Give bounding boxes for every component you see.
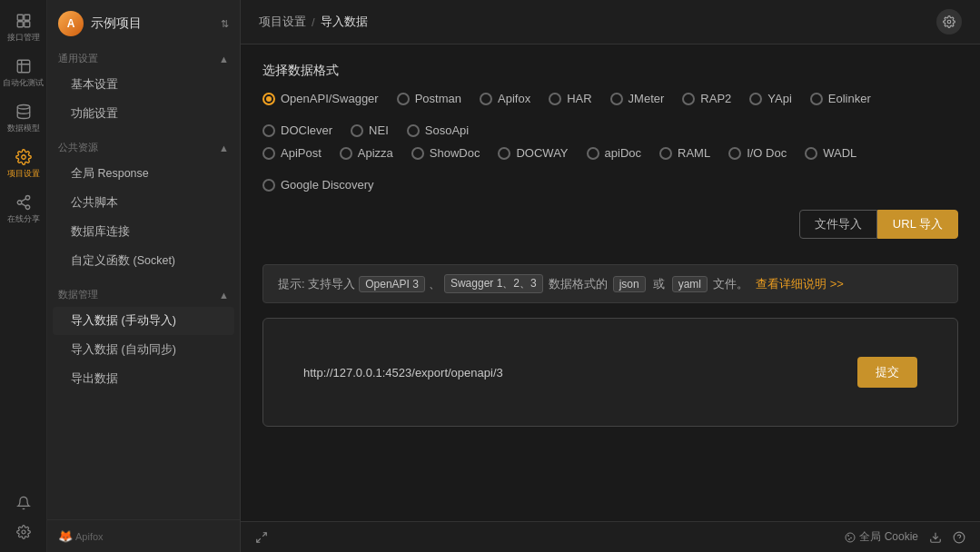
- import-tabs: 文件导入 URL 导入: [799, 210, 958, 239]
- format-apifox[interactable]: Apifox: [480, 92, 530, 105]
- sidebar-item-import-manual[interactable]: 导入数据 (手动导入): [53, 307, 234, 335]
- radio-apidoc: [587, 147, 599, 160]
- svg-rect-1: [24, 15, 29, 20]
- tab-url-import[interactable]: URL 导入: [877, 210, 958, 239]
- breadcrumb: 项目设置 / 导入数据: [259, 14, 368, 30]
- hint-badge-json: json: [613, 276, 646, 292]
- format-nei[interactable]: NEI: [351, 123, 389, 137]
- radio-nei: [351, 124, 363, 137]
- sidebar: 接口管理 自动化测试 数据模型 项目设置: [0, 0, 241, 552]
- tab-file-import[interactable]: 文件导入: [799, 210, 877, 239]
- main-area: 项目设置 / 导入数据 选择数据格式 OpenAPI/Swagger: [241, 0, 980, 552]
- breadcrumb-current: 导入数据: [321, 14, 368, 30]
- apifox-logo: 🦊 Apifox: [58, 529, 104, 543]
- svg-point-8: [25, 205, 30, 210]
- svg-point-15: [846, 533, 855, 542]
- format-yapi[interactable]: YApi: [749, 92, 792, 105]
- nav-settings[interactable]: 项目设置: [4, 143, 44, 185]
- footer-left: [255, 531, 268, 544]
- radio-showdoc: [411, 147, 424, 160]
- format-wadl[interactable]: WADL: [805, 146, 856, 160]
- svg-point-5: [21, 155, 25, 160]
- sidebar-item-custom-func[interactable]: 自定义函数 (Socket): [53, 247, 234, 275]
- section-general-header[interactable]: 通用设置 ▲: [47, 47, 240, 70]
- radio-yapi: [749, 93, 762, 105]
- svg-point-6: [25, 196, 30, 201]
- section-data-mgmt: 数据管理 ▲ 导入数据 (手动导入) 导入数据 (自动同步) 导出数据: [47, 280, 240, 398]
- nav-share[interactable]: 在线分享: [4, 189, 44, 231]
- project-header[interactable]: A 示例项目 ⇅: [47, 0, 240, 44]
- format-postman[interactable]: Postman: [397, 92, 461, 105]
- help-icon[interactable]: [953, 531, 965, 544]
- radio-rap2: [682, 93, 695, 105]
- header-right: [936, 9, 962, 34]
- hint-end: 文件。: [713, 276, 748, 292]
- svg-line-9: [21, 203, 25, 206]
- footer-right: 全局 Cookie: [845, 529, 965, 545]
- hint-banner: 提示: 支持导入 OpenAPI 3 、 Swagger 1、2、3 数据格式的…: [262, 264, 958, 303]
- svg-point-18: [849, 538, 850, 539]
- hint-or: 或: [653, 276, 665, 292]
- format-doclever[interactable]: DOClever: [262, 123, 332, 137]
- format-row-2: ApiPost Apizza ShowDoc DOCWAY apiDoc: [262, 146, 958, 192]
- cookie-label[interactable]: 全局 Cookie: [845, 529, 918, 545]
- svg-rect-2: [17, 22, 23, 27]
- settings-icon-button[interactable]: [936, 9, 962, 34]
- format-har[interactable]: HAR: [549, 92, 591, 105]
- nav-interface-label: 接口管理: [7, 32, 40, 44]
- breadcrumb-separator: /: [312, 15, 315, 29]
- sidebar-item-public-script[interactable]: 公共脚本: [53, 189, 234, 217]
- format-iodoc[interactable]: I/O Doc: [728, 146, 787, 160]
- sidebar-item-basic[interactable]: 基本设置: [53, 71, 234, 99]
- nav-interface[interactable]: 接口管理: [4, 7, 44, 49]
- format-showdoc[interactable]: ShowDoc: [411, 146, 480, 160]
- breadcrumb-parent[interactable]: 项目设置: [259, 14, 306, 30]
- format-apizza[interactable]: Apizza: [340, 146, 393, 160]
- format-row-1: OpenAPI/Swagger Postman Apifox HAR JMete…: [262, 92, 958, 137]
- expand-icon[interactable]: [255, 531, 268, 544]
- radio-openapi: [262, 93, 275, 105]
- format-sosoapi[interactable]: SosoApi: [407, 123, 469, 137]
- radio-sosoapi: [407, 124, 420, 137]
- avatar: A: [58, 11, 84, 36]
- section-public-header[interactable]: 公共资源 ▲: [47, 136, 240, 159]
- nav-datamodel[interactable]: 数据模型: [4, 98, 44, 140]
- nav-datamodel-label: 数据模型: [7, 123, 40, 134]
- sidebar-item-global-response[interactable]: 全局 Response: [53, 160, 234, 188]
- side-tree: A 示例项目 ⇅ 通用设置 ▲ 基本设置 功能设置 公共资源 ▲ 全局 Resp…: [47, 0, 240, 552]
- format-rap2[interactable]: RAP2: [682, 92, 731, 105]
- format-raml[interactable]: RAML: [659, 146, 710, 160]
- hint-mid: 数据格式的: [549, 276, 608, 292]
- format-eolinker[interactable]: Eolinker: [810, 92, 871, 105]
- svg-rect-3: [24, 22, 29, 27]
- hint-badge-openapi: OpenAPI 3: [359, 276, 425, 292]
- sidebar-item-db-connection[interactable]: 数据库连接: [53, 218, 234, 246]
- format-section-title: 选择数据格式: [262, 63, 958, 79]
- format-docway[interactable]: DOCWAY: [498, 146, 568, 160]
- sidebar-item-import-auto[interactable]: 导入数据 (自动同步): [53, 336, 234, 364]
- format-apidoc[interactable]: apiDoc: [587, 146, 641, 160]
- nav-autotest-label: 自动化测试: [3, 77, 44, 89]
- download-icon[interactable]: [929, 531, 942, 544]
- sidebar-item-export[interactable]: 导出数据: [53, 365, 234, 393]
- svg-point-17: [851, 537, 852, 538]
- format-openapi[interactable]: OpenAPI/Swagger: [262, 92, 379, 105]
- nav-autotest[interactable]: 自动化测试: [4, 53, 44, 94]
- hint-detail-link[interactable]: 查看详细说明 >>: [756, 276, 844, 292]
- radio-apizza: [340, 147, 352, 160]
- section-data-mgmt-header[interactable]: 数据管理 ▲: [47, 283, 240, 306]
- format-apipost[interactable]: ApiPost: [262, 146, 322, 160]
- main-footer: 全局 Cookie: [241, 521, 980, 552]
- svg-point-4: [17, 105, 30, 110]
- format-google-discovery[interactable]: Google Discovery: [262, 178, 374, 192]
- nav-bell[interactable]: [4, 490, 44, 516]
- format-jmeter[interactable]: JMeter: [610, 92, 665, 105]
- url-input[interactable]: [303, 366, 848, 380]
- sidebar-item-feature[interactable]: 功能设置: [53, 100, 234, 128]
- project-expand-icon: ⇅: [221, 18, 229, 30]
- svg-point-7: [17, 201, 22, 205]
- submit-button[interactable]: 提交: [857, 357, 917, 388]
- radio-jmeter: [610, 93, 623, 105]
- nav-gear[interactable]: [4, 519, 44, 545]
- icon-nav: 接口管理 自动化测试 数据模型 项目设置: [0, 0, 47, 552]
